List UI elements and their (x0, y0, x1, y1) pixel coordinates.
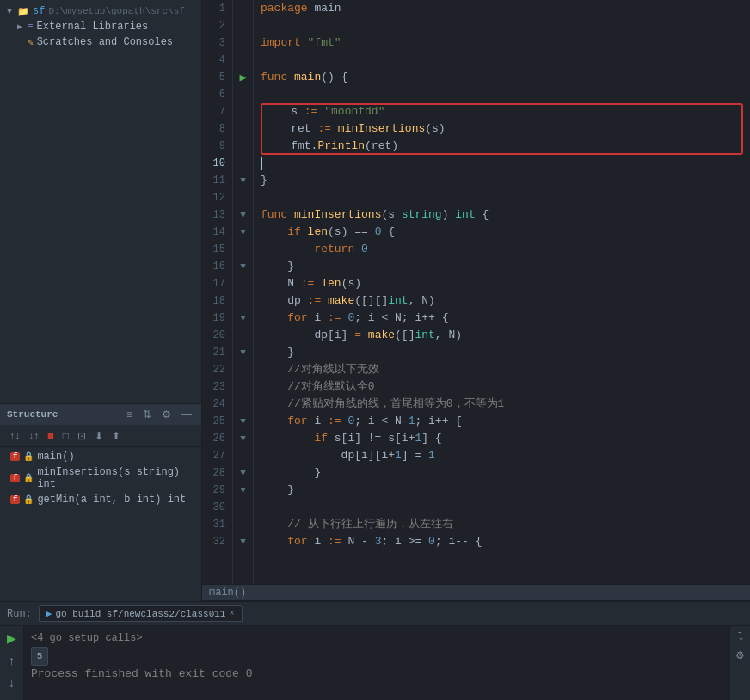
struct-lock-min: 🔒 (23, 473, 34, 483)
breadcrumb-bar: main() (202, 584, 750, 601)
line-num-32: 32 (206, 533, 225, 550)
run-tab-close-btn[interactable]: × (229, 609, 234, 618)
code-content[interactable]: package main import "fmt" func main() { (254, 0, 750, 584)
struct-item-mininsertions[interactable]: f 🔒 minInsertions(s string) int (0, 464, 201, 492)
library-icon: ≡ (28, 21, 34, 32)
line-num-31: 31 (206, 516, 225, 533)
main-area: ▼ 📁 sf D:\mysetup\gopath\src\sf ▶ ≡ Exte… (0, 0, 750, 601)
struct-icon-expand[interactable]: □ (60, 429, 71, 443)
fold-marker-19[interactable]: ▼ (240, 313, 246, 323)
run-panel: Run: ▶ go build sf/newclass2/class011 × … (0, 601, 750, 700)
line-num-9: 9 (206, 138, 225, 155)
code-line-28: } (261, 464, 743, 482)
struct-icon-filter[interactable]: ■ (45, 428, 57, 443)
struct-item-getmin[interactable]: f 🔒 getMin(a int, b int) int (0, 492, 201, 507)
line-num-17: 17 (206, 275, 225, 292)
sidebar-item-sf[interactable]: ▼ 📁 sf D:\mysetup\gopath\src\sf (0, 3, 201, 19)
struct-item-main[interactable]: f 🔒 main() (0, 449, 201, 464)
code-line-27: dp[i][i+1] = 1 (261, 447, 743, 464)
struct-icon-collapse[interactable]: ⊡ (75, 429, 89, 443)
code-line-4 (261, 52, 743, 69)
run-label: Run: (7, 608, 32, 620)
structure-list: f 🔒 main() f 🔒 minInsertions(s string) i… (0, 447, 201, 601)
line-num-23: 23 (206, 378, 225, 396)
code-line-2 (261, 17, 743, 34)
sidebar-external-label: External Libraries (37, 21, 149, 33)
breadcrumb-text: main() (209, 586, 246, 599)
code-line-23: //对角线默认全0 (261, 378, 743, 396)
structure-sort-type-btn[interactable]: ⇅ (140, 408, 154, 421)
fold-marker-11[interactable]: ▼ (240, 175, 246, 186)
code-line-21: } (261, 344, 743, 361)
run-output-finish-text: Process finished with exit code 0 (31, 666, 252, 683)
struct-icon-arrow-down[interactable]: ⬇ (92, 429, 106, 443)
code-line-19: for i := 0; i < N; i++ { (261, 310, 743, 327)
line-num-28: 28 (206, 464, 225, 482)
code-line-29: } (261, 482, 743, 499)
run-input-line: <4 go setup calls> (31, 629, 722, 647)
fold-marker-13[interactable]: ▼ (240, 210, 246, 220)
line-numbers: 1 2 3 4 5 6 7 8 9 10 11 12 13 14 15 16 1… (202, 0, 233, 584)
structure-close-btn[interactable]: — (179, 408, 194, 421)
sidebar-tree: ▼ 📁 sf D:\mysetup\gopath\src\sf ▶ ≡ Exte… (0, 0, 201, 403)
struct-icon-sort-desc[interactable]: ↓↑ (26, 429, 41, 443)
run-settings-btn[interactable]: ⚙ (733, 648, 747, 662)
fold-marker-28[interactable]: ▼ (240, 468, 246, 478)
run-output: <4 go setup calls> 5 Process finished wi… (24, 626, 729, 700)
structure-sort-alpha-btn[interactable]: ≡ (124, 408, 135, 421)
run-output-badge-line: 5 (31, 647, 722, 666)
code-editor[interactable]: 1 2 3 4 5 6 7 8 9 10 11 12 13 14 15 16 1… (202, 0, 750, 584)
line-num-25: 25 (206, 413, 225, 430)
line-num-15: 15 (206, 241, 225, 258)
sidebar-item-external-libraries[interactable]: ▶ ≡ External Libraries (0, 19, 201, 34)
sidebar-sf-path: D:\mysetup\gopath\src\sf (48, 6, 184, 16)
code-line-24: //紧贴对角线的线，首尾相等为0，不等为1 (261, 396, 743, 413)
fold-marker-21[interactable]: ▼ (240, 347, 246, 358)
sidebar-scratches-label: Scratches and Consoles (37, 36, 173, 48)
code-line-16: } (261, 258, 743, 275)
code-line-17: N := len(s) (261, 275, 743, 292)
structure-settings-btn[interactable]: ⚙ (159, 408, 174, 421)
run-scroll-up-btn[interactable]: ↑ (7, 652, 16, 669)
scratch-icon: ✎ (28, 37, 34, 48)
fold-marker-14[interactable]: ▼ (240, 227, 246, 237)
line-num-1: 1 (206, 0, 225, 17)
run-output-badge: 5 (31, 647, 48, 666)
line-num-16: 16 (206, 258, 225, 275)
run-tab-build[interactable]: ▶ go build sf/newclass2/class011 × (39, 605, 243, 622)
run-play-btn[interactable]: ▶ (5, 629, 18, 647)
line-num-5: 5 (206, 69, 225, 86)
fold-marker-29[interactable]: ▼ (240, 485, 246, 495)
code-line-9: fmt.Println(ret) (261, 138, 743, 155)
line-num-27: 27 (206, 447, 225, 464)
code-line-13: func minInsertions(s string) int { (261, 206, 743, 224)
struct-lock-getmin: 🔒 (23, 494, 34, 505)
code-line-30 (261, 499, 743, 516)
run-wrap-btn[interactable]: ⤵ (735, 629, 746, 643)
struct-lock-main: 🔒 (23, 451, 34, 462)
sf-folder-icon: 📁 (17, 6, 29, 17)
fold-marker-16[interactable]: ▼ (240, 261, 246, 272)
run-tab-icon: ▶ (46, 608, 52, 619)
run-content: ▶ ↑ ↓ <4 go setup calls> 5 Process finis… (0, 626, 750, 700)
code-line-20: dp[i] = make([]int, N) (261, 327, 743, 344)
sidebar-sf-label: sf (33, 5, 45, 17)
code-line-14: if len(s) == 0 { (261, 224, 743, 241)
code-line-10 (261, 155, 743, 172)
fold-marker-25[interactable]: ▼ (240, 416, 246, 427)
fold-marker-26[interactable]: ▼ (240, 433, 246, 444)
sidebar-item-scratches[interactable]: ✎ Scratches and Consoles (0, 34, 201, 50)
line-num-2: 2 (206, 17, 225, 34)
code-line-6 (261, 86, 743, 103)
run-tab-label: go build sf/newclass2/class011 (55, 609, 225, 619)
structure-panel: Structure ≡ ⇅ ⚙ — ↑↓ ↓↑ ■ □ ⊡ ⬇ ⬆ f (0, 403, 201, 601)
struct-icon-arrow-up[interactable]: ⬆ (109, 429, 123, 443)
run-scroll-down-btn[interactable]: ↓ (7, 674, 16, 691)
code-line-25: for i := 0; i < N-1; i++ { (261, 413, 743, 430)
cursor (261, 157, 262, 170)
code-line-11: } (261, 172, 743, 189)
struct-icon-sort-asc[interactable]: ↑↓ (7, 429, 22, 443)
line-num-19: 19 (206, 310, 225, 327)
fold-marker-32[interactable]: ▼ (240, 537, 246, 547)
run-sidebar: ▶ ↑ ↓ (0, 626, 24, 700)
